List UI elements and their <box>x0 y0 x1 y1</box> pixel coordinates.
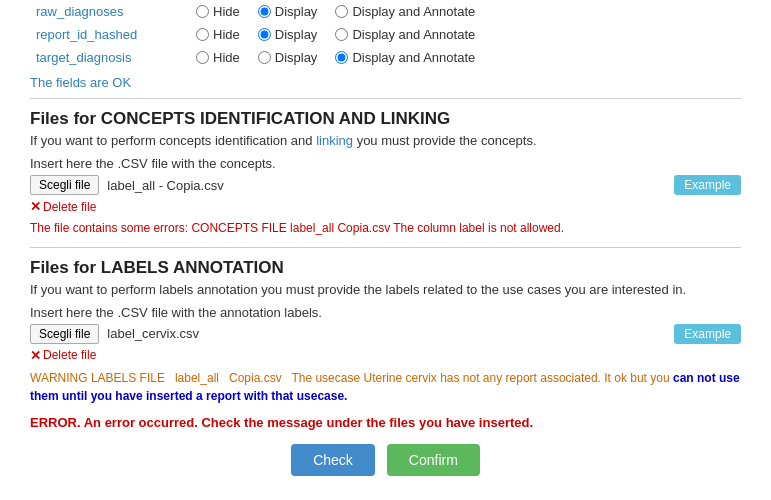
field-name-raw-diagnoses: raw_diagnoses <box>30 0 190 23</box>
concepts-file-button[interactable]: Scegli file <box>30 175 99 195</box>
concepts-example-button[interactable]: Example <box>674 175 741 195</box>
concepts-subtitle-text: If you want to perform concepts identifi… <box>30 133 537 148</box>
labels-insert-label: Insert here the .CSV file with the annot… <box>30 305 741 320</box>
concepts-section-title: Files for CONCEPTS IDENTIFICATION AND LI… <box>30 109 741 129</box>
radio-display-annotate-report[interactable]: Display and Annotate <box>335 27 475 42</box>
radio-group-target-diagnosis: Hide Display Display and Annotate <box>196 50 735 65</box>
radio-group-raw-diagnoses: Hide Display Display and Annotate <box>196 4 735 19</box>
concepts-file-row-left: Scegli file label_all - Copia.csv <box>30 175 224 195</box>
warning-prefix: WARNING LABELS FILE label_all Copia.csv … <box>30 371 673 385</box>
concepts-file-name: label_all - Copia.csv <box>107 178 223 193</box>
concepts-delete-file[interactable]: ✕ Delete file <box>30 199 741 214</box>
radio-hide-raw[interactable]: Hide <box>196 4 240 19</box>
divider-2 <box>30 247 741 248</box>
concepts-insert-label: Insert here the .CSV file with the conce… <box>30 156 741 171</box>
labels-file-row: Scegli file label_cervix.csv Example <box>30 324 741 344</box>
radio-hide-target[interactable]: Hide <box>196 50 240 65</box>
labels-section-subtitle: If you want to perform labels annotation… <box>30 282 741 297</box>
radio-display-annotate-raw[interactable]: Display and Annotate <box>335 4 475 19</box>
labels-delete-label: Delete file <box>43 348 96 362</box>
concepts-file-row: Scegli file label_all - Copia.csv Exampl… <box>30 175 741 195</box>
radio-display-target[interactable]: Display <box>258 50 318 65</box>
labels-delete-x-icon: ✕ <box>30 348 41 363</box>
radio-display-report[interactable]: Display <box>258 27 318 42</box>
fields-table: raw_diagnoses Hide Display Display and A… <box>30 0 741 69</box>
labels-file-button[interactable]: Scegli file <box>30 324 99 344</box>
field-name-report-id: report_id_hashed <box>30 23 190 46</box>
concepts-error-message: The file contains some errors: CONCEPTS … <box>30 220 741 237</box>
divider-1 <box>30 98 741 99</box>
labels-file-name: label_cervix.csv <box>107 326 199 341</box>
confirm-button[interactable]: Confirm <box>387 444 480 476</box>
radio-display-raw[interactable]: Display <box>258 4 318 19</box>
concepts-delete-label: Delete file <box>43 200 96 214</box>
fields-ok-label: The fields are OK <box>30 75 741 90</box>
table-row: raw_diagnoses Hide Display Display and A… <box>30 0 741 23</box>
labels-subtitle-text: If you want to perform labels annotation… <box>30 282 686 297</box>
radio-group-report-id: Hide Display Display and Annotate <box>196 27 735 42</box>
labels-section: Files for LABELS ANNOTATION If you want … <box>30 258 741 405</box>
concepts-link[interactable]: linking <box>316 133 353 148</box>
radio-hide-report[interactable]: Hide <box>196 27 240 42</box>
labels-example-button[interactable]: Example <box>674 324 741 344</box>
concepts-section-subtitle: If you want to perform concepts identifi… <box>30 133 741 148</box>
concepts-section: Files for CONCEPTS IDENTIFICATION AND LI… <box>30 109 741 237</box>
labels-warning-message: WARNING LABELS FILE label_all Copia.csv … <box>30 369 741 405</box>
bottom-error-message: ERROR. An error occurred. Check the mess… <box>30 415 741 430</box>
check-button[interactable]: Check <box>291 444 375 476</box>
table-row: report_id_hashed Hide Display Display an… <box>30 23 741 46</box>
labels-section-title: Files for LABELS ANNOTATION <box>30 258 741 278</box>
labels-delete-file[interactable]: ✕ Delete file <box>30 348 741 363</box>
concepts-delete-x-icon: ✕ <box>30 199 41 214</box>
bottom-buttons: Check Confirm <box>30 444 741 476</box>
labels-file-row-left: Scegli file label_cervix.csv <box>30 324 199 344</box>
field-name-target-diagnosis: target_diagnosis <box>30 46 190 69</box>
table-row: target_diagnosis Hide Display Display an… <box>30 46 741 69</box>
radio-display-annotate-target[interactable]: Display and Annotate <box>335 50 475 65</box>
